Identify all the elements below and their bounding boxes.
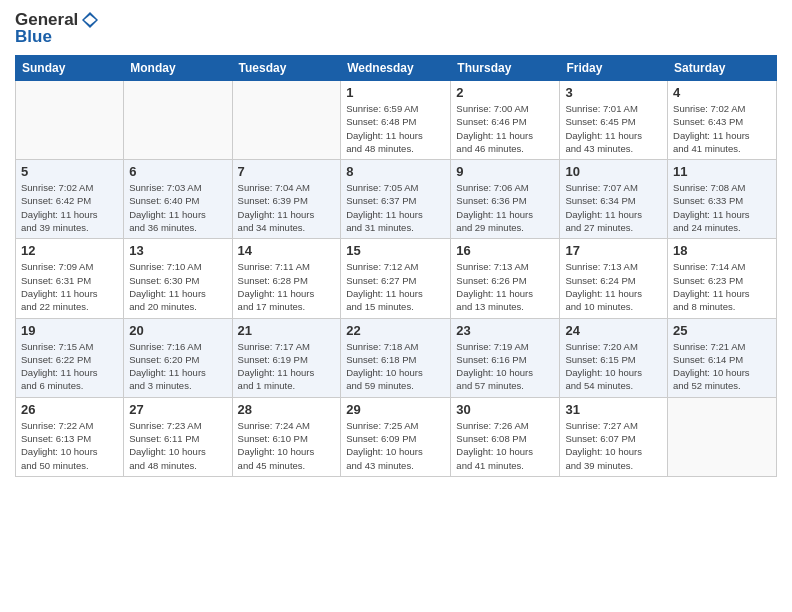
day-number: 4 [673, 85, 771, 100]
calendar-week-row: 19Sunrise: 7:15 AM Sunset: 6:22 PM Dayli… [16, 318, 777, 397]
day-number: 23 [456, 323, 554, 338]
calendar-cell: 22Sunrise: 7:18 AM Sunset: 6:18 PM Dayli… [341, 318, 451, 397]
day-info: Sunrise: 7:04 AM Sunset: 6:39 PM Dayligh… [238, 181, 336, 234]
calendar-cell [668, 397, 777, 476]
calendar-cell: 26Sunrise: 7:22 AM Sunset: 6:13 PM Dayli… [16, 397, 124, 476]
day-number: 24 [565, 323, 662, 338]
header: General Blue [15, 10, 777, 47]
day-info: Sunrise: 7:09 AM Sunset: 6:31 PM Dayligh… [21, 260, 118, 313]
calendar-week-row: 26Sunrise: 7:22 AM Sunset: 6:13 PM Dayli… [16, 397, 777, 476]
weekday-header: Tuesday [232, 56, 341, 81]
weekday-header: Friday [560, 56, 668, 81]
calendar-cell [16, 81, 124, 160]
day-info: Sunrise: 7:18 AM Sunset: 6:18 PM Dayligh… [346, 340, 445, 393]
day-number: 16 [456, 243, 554, 258]
calendar-cell: 10Sunrise: 7:07 AM Sunset: 6:34 PM Dayli… [560, 160, 668, 239]
day-number: 10 [565, 164, 662, 179]
calendar-cell: 16Sunrise: 7:13 AM Sunset: 6:26 PM Dayli… [451, 239, 560, 318]
day-number: 1 [346, 85, 445, 100]
day-number: 2 [456, 85, 554, 100]
calendar-week-row: 1Sunrise: 6:59 AM Sunset: 6:48 PM Daylig… [16, 81, 777, 160]
day-number: 30 [456, 402, 554, 417]
logo-text: General Blue [15, 10, 100, 47]
day-info: Sunrise: 7:11 AM Sunset: 6:28 PM Dayligh… [238, 260, 336, 313]
logo-icon [80, 10, 100, 30]
day-number: 7 [238, 164, 336, 179]
day-info: Sunrise: 7:13 AM Sunset: 6:26 PM Dayligh… [456, 260, 554, 313]
day-info: Sunrise: 7:27 AM Sunset: 6:07 PM Dayligh… [565, 419, 662, 472]
day-info: Sunrise: 7:26 AM Sunset: 6:08 PM Dayligh… [456, 419, 554, 472]
day-info: Sunrise: 7:21 AM Sunset: 6:14 PM Dayligh… [673, 340, 771, 393]
day-info: Sunrise: 7:20 AM Sunset: 6:15 PM Dayligh… [565, 340, 662, 393]
logo-blue: Blue [15, 27, 100, 47]
day-info: Sunrise: 7:06 AM Sunset: 6:36 PM Dayligh… [456, 181, 554, 234]
day-info: Sunrise: 7:00 AM Sunset: 6:46 PM Dayligh… [456, 102, 554, 155]
calendar-cell: 6Sunrise: 7:03 AM Sunset: 6:40 PM Daylig… [124, 160, 232, 239]
calendar: SundayMondayTuesdayWednesdayThursdayFrid… [15, 55, 777, 477]
calendar-cell: 14Sunrise: 7:11 AM Sunset: 6:28 PM Dayli… [232, 239, 341, 318]
day-number: 28 [238, 402, 336, 417]
day-info: Sunrise: 7:14 AM Sunset: 6:23 PM Dayligh… [673, 260, 771, 313]
day-info: Sunrise: 7:16 AM Sunset: 6:20 PM Dayligh… [129, 340, 226, 393]
calendar-cell: 18Sunrise: 7:14 AM Sunset: 6:23 PM Dayli… [668, 239, 777, 318]
weekday-header: Thursday [451, 56, 560, 81]
day-info: Sunrise: 7:22 AM Sunset: 6:13 PM Dayligh… [21, 419, 118, 472]
day-number: 25 [673, 323, 771, 338]
day-number: 9 [456, 164, 554, 179]
day-number: 5 [21, 164, 118, 179]
day-info: Sunrise: 7:02 AM Sunset: 6:42 PM Dayligh… [21, 181, 118, 234]
day-info: Sunrise: 6:59 AM Sunset: 6:48 PM Dayligh… [346, 102, 445, 155]
day-number: 26 [21, 402, 118, 417]
calendar-cell: 20Sunrise: 7:16 AM Sunset: 6:20 PM Dayli… [124, 318, 232, 397]
calendar-cell: 2Sunrise: 7:00 AM Sunset: 6:46 PM Daylig… [451, 81, 560, 160]
calendar-cell: 24Sunrise: 7:20 AM Sunset: 6:15 PM Dayli… [560, 318, 668, 397]
weekday-header: Wednesday [341, 56, 451, 81]
day-number: 27 [129, 402, 226, 417]
day-info: Sunrise: 7:01 AM Sunset: 6:45 PM Dayligh… [565, 102, 662, 155]
calendar-cell: 31Sunrise: 7:27 AM Sunset: 6:07 PM Dayli… [560, 397, 668, 476]
calendar-cell: 9Sunrise: 7:06 AM Sunset: 6:36 PM Daylig… [451, 160, 560, 239]
day-number: 11 [673, 164, 771, 179]
day-info: Sunrise: 7:23 AM Sunset: 6:11 PM Dayligh… [129, 419, 226, 472]
day-info: Sunrise: 7:25 AM Sunset: 6:09 PM Dayligh… [346, 419, 445, 472]
day-number: 19 [21, 323, 118, 338]
day-info: Sunrise: 7:24 AM Sunset: 6:10 PM Dayligh… [238, 419, 336, 472]
calendar-cell: 12Sunrise: 7:09 AM Sunset: 6:31 PM Dayli… [16, 239, 124, 318]
calendar-cell: 19Sunrise: 7:15 AM Sunset: 6:22 PM Dayli… [16, 318, 124, 397]
day-number: 13 [129, 243, 226, 258]
page-container: General Blue SundayMondayTuesdayWednesda… [0, 0, 792, 487]
day-number: 31 [565, 402, 662, 417]
day-number: 20 [129, 323, 226, 338]
day-number: 22 [346, 323, 445, 338]
calendar-cell: 11Sunrise: 7:08 AM Sunset: 6:33 PM Dayli… [668, 160, 777, 239]
day-info: Sunrise: 7:17 AM Sunset: 6:19 PM Dayligh… [238, 340, 336, 393]
day-number: 15 [346, 243, 445, 258]
calendar-cell: 15Sunrise: 7:12 AM Sunset: 6:27 PM Dayli… [341, 239, 451, 318]
day-info: Sunrise: 7:05 AM Sunset: 6:37 PM Dayligh… [346, 181, 445, 234]
calendar-week-row: 5Sunrise: 7:02 AM Sunset: 6:42 PM Daylig… [16, 160, 777, 239]
day-info: Sunrise: 7:13 AM Sunset: 6:24 PM Dayligh… [565, 260, 662, 313]
weekday-header: Saturday [668, 56, 777, 81]
weekday-header: Sunday [16, 56, 124, 81]
day-number: 8 [346, 164, 445, 179]
calendar-cell [124, 81, 232, 160]
logo: General Blue [15, 10, 100, 47]
day-info: Sunrise: 7:02 AM Sunset: 6:43 PM Dayligh… [673, 102, 771, 155]
calendar-cell: 1Sunrise: 6:59 AM Sunset: 6:48 PM Daylig… [341, 81, 451, 160]
calendar-cell: 17Sunrise: 7:13 AM Sunset: 6:24 PM Dayli… [560, 239, 668, 318]
day-number: 6 [129, 164, 226, 179]
calendar-cell: 21Sunrise: 7:17 AM Sunset: 6:19 PM Dayli… [232, 318, 341, 397]
calendar-cell: 13Sunrise: 7:10 AM Sunset: 6:30 PM Dayli… [124, 239, 232, 318]
calendar-cell: 30Sunrise: 7:26 AM Sunset: 6:08 PM Dayli… [451, 397, 560, 476]
day-info: Sunrise: 7:15 AM Sunset: 6:22 PM Dayligh… [21, 340, 118, 393]
day-info: Sunrise: 7:10 AM Sunset: 6:30 PM Dayligh… [129, 260, 226, 313]
day-number: 17 [565, 243, 662, 258]
day-number: 12 [21, 243, 118, 258]
day-number: 3 [565, 85, 662, 100]
calendar-cell: 4Sunrise: 7:02 AM Sunset: 6:43 PM Daylig… [668, 81, 777, 160]
day-info: Sunrise: 7:08 AM Sunset: 6:33 PM Dayligh… [673, 181, 771, 234]
day-info: Sunrise: 7:12 AM Sunset: 6:27 PM Dayligh… [346, 260, 445, 313]
day-number: 21 [238, 323, 336, 338]
calendar-cell: 29Sunrise: 7:25 AM Sunset: 6:09 PM Dayli… [341, 397, 451, 476]
calendar-cell: 8Sunrise: 7:05 AM Sunset: 6:37 PM Daylig… [341, 160, 451, 239]
